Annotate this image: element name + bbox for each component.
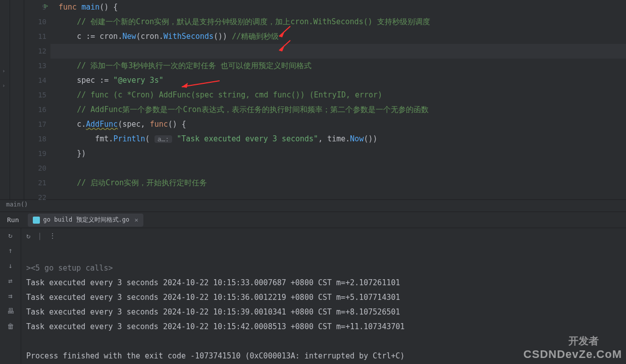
line-number: 19	[24, 146, 46, 161]
line-number: 21	[24, 176, 46, 190]
watermark: CSDNDevZe.CoM	[524, 348, 622, 361]
code-text: , time.	[318, 134, 350, 143]
tool-sidebar: ↻ ↑ ↓ ⇄ ⇉ 🖶 🗑	[0, 228, 21, 364]
method-call: AddFunc	[86, 120, 118, 129]
comment: // 启动Cron实例，开始执行定时任务	[77, 178, 207, 187]
down-icon[interactable]: ↓	[8, 262, 12, 270]
line-number: 10	[24, 15, 46, 29]
console-line: Task executed every 3 seconds 2024-10-22…	[26, 278, 400, 287]
code-text: () {	[168, 120, 186, 129]
trash-icon[interactable]: 🗑	[7, 322, 14, 330]
console-line: Task executed every 3 seconds 2024-10-22…	[26, 293, 400, 302]
code-text: (	[145, 134, 154, 143]
tab-run[interactable]: Run	[0, 212, 26, 228]
string-literal: "Task executed every 3 seconds"	[172, 134, 318, 143]
svg-line-4	[279, 40, 290, 50]
comment: // func (c *Cron) AddFunc(spec string, c…	[77, 90, 382, 99]
fold-chevron-icon[interactable]: ›	[2, 82, 6, 89]
comment: // 添加一个每3秒钟执行一次的定时任务 也可以使用预定义时间格式	[77, 61, 311, 70]
code-text: (spec,	[118, 120, 149, 129]
line-number: 22	[24, 190, 46, 205]
annotation-arrow	[275, 38, 295, 54]
scroll-icon[interactable]: ⇉	[8, 292, 12, 300]
svg-line-2	[279, 26, 290, 36]
svg-marker-5	[279, 46, 284, 51]
code-text: cron.	[95, 32, 122, 41]
print-icon[interactable]: 🖶	[7, 307, 14, 315]
code-text: c.	[77, 120, 86, 129]
code-text: (cron.	[136, 32, 164, 41]
editor: › › ▷ 9 10 11 12 13 14 15 16 17 18 19 20…	[0, 0, 626, 199]
line-number: 15	[24, 88, 46, 102]
line-number: 18	[24, 132, 46, 146]
console-output[interactable]: ><5 go setup calls> Task executed every …	[21, 243, 626, 364]
separator-icon: |	[37, 232, 41, 240]
rerun-icon[interactable]: ↻	[8, 231, 12, 239]
keyword: func	[150, 120, 168, 129]
code-text: ())	[214, 32, 232, 41]
up-icon[interactable]: ↑	[8, 246, 12, 254]
annotation-arrow	[177, 78, 222, 90]
tab-label: go build 预定义时间格式.go	[43, 216, 129, 224]
code-text: fmt.	[95, 134, 113, 143]
code-text: () {	[99, 3, 118, 12]
code-text: ())	[363, 134, 377, 143]
console-line: <5 go setup calls>	[31, 264, 113, 273]
breadcrumb[interactable]: main()	[0, 199, 626, 212]
function-name: main	[81, 3, 99, 12]
tool-tabs: Run go build 预定义时间格式.go ×	[0, 212, 626, 228]
line-number: 20	[24, 161, 46, 176]
close-icon[interactable]: ×	[134, 216, 138, 224]
code-area[interactable]: func main() { // 创建一个新的Cron实例，默认是支持分钟级别的…	[50, 0, 626, 199]
line-number: 12	[24, 44, 46, 59]
operator: :=	[99, 76, 109, 85]
go-icon	[33, 217, 40, 224]
more-icon[interactable]: ⋮	[49, 232, 56, 240]
code-text: })	[77, 149, 86, 158]
string-literal: "@every 3s"	[109, 76, 163, 85]
gutter-sidebar	[10, 0, 24, 199]
run-gutter-icon[interactable]: ▷	[44, 2, 48, 9]
svg-marker-3	[279, 32, 284, 37]
watermark: 开发者	[568, 334, 599, 348]
line-number: 9	[24, 0, 46, 15]
console-line: Task executed every 3 seconds 2024-10-22…	[26, 307, 400, 317]
code-text: spec	[77, 76, 99, 85]
fold-gutter: › ›	[0, 0, 10, 199]
line-number: 13	[24, 59, 46, 73]
keyword: func	[59, 3, 77, 12]
line-numbers: 9 10 11 12 13 14 15 16 17 18 19 20 21 22	[24, 0, 50, 199]
console-exit-line: Process finished with the exit code -107…	[26, 351, 405, 360]
run-tool-window: Run go build 预定义时间格式.go × ↻ ↑ ↓ ⇄ ⇉ 🖶 🗑 …	[0, 212, 626, 364]
function-call: New	[122, 32, 136, 41]
function-call: WithSeconds	[164, 32, 214, 41]
line-number: 17	[24, 117, 46, 132]
function-call: Println	[113, 134, 145, 143]
console-line: Task executed every 3 seconds 2024-10-22…	[26, 322, 405, 331]
code-text: c	[77, 32, 86, 41]
tab-build[interactable]: go build 预定义时间格式.go ×	[28, 214, 143, 227]
console-toolbar: ↻ | ⋮	[21, 228, 626, 243]
comment: //精确到秒级	[232, 32, 279, 41]
comment: // AddFunc第一个参数是一个Cron表达式，表示任务的执行时间和频率；第…	[77, 105, 428, 114]
comment: // 创建一个新的Cron实例，默认是支持分钟级别的调度，加上cron.With…	[77, 17, 430, 26]
restart-icon[interactable]: ↻	[26, 232, 30, 240]
operator: :=	[86, 32, 95, 41]
function-call: Now	[350, 134, 363, 143]
line-number: 11	[24, 29, 46, 44]
fold-chevron-icon[interactable]: ›	[2, 68, 6, 74]
tab-label: Run	[7, 216, 19, 224]
wrap-icon[interactable]: ⇄	[8, 277, 12, 285]
annotation-arrow	[275, 24, 295, 39]
parameter-hint: a…:	[154, 135, 172, 143]
line-number: 14	[24, 73, 46, 88]
line-number: 16	[24, 102, 46, 117]
